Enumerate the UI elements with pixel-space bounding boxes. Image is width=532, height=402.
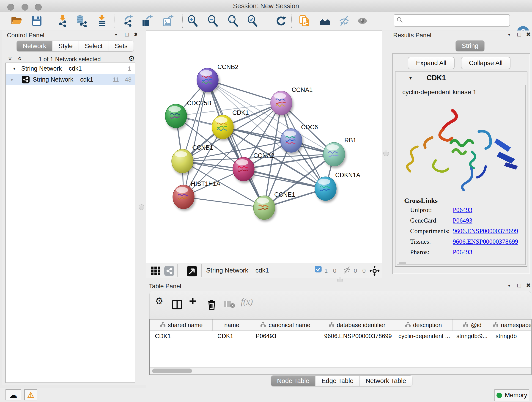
network-collection-row[interactable]: ▼ String Network – cdk1 1	[6, 63, 135, 74]
panel-close-icon[interactable]: ✖	[526, 32, 531, 37]
crosslink-link[interactable]: P06493	[453, 217, 472, 224]
cell-namespace[interactable]: stringdb	[491, 331, 531, 341]
table-hscrollbar-thumb[interactable]	[152, 369, 192, 373]
tab-edge-table[interactable]: Edge Table	[316, 376, 360, 386]
section-expander-icon[interactable]: ▼	[408, 76, 413, 80]
network-edge-CCNB2-CCNA1[interactable]	[208, 80, 281, 103]
cell-canonical-name[interactable]: P06493	[251, 331, 319, 341]
cell--id[interactable]: stringdb:9...	[451, 331, 491, 341]
tab-network[interactable]: Network	[17, 41, 52, 51]
network-edge-CCNE1-HIST1H1A[interactable]	[184, 197, 264, 208]
first-neighbors-icon[interactable]	[319, 14, 332, 27]
expand-all-button[interactable]: Expand All	[408, 57, 455, 69]
column-header-database-identifier[interactable]: database identifier	[320, 319, 394, 331]
collapse-all-button[interactable]: Collapse All	[461, 57, 510, 69]
table-hscrollbar[interactable]	[150, 367, 531, 375]
network-node-CCNB2[interactable]	[197, 68, 218, 92]
column-header--id[interactable]: @id	[452, 319, 492, 331]
network-node-RB1[interactable]	[323, 142, 345, 166]
panel-float-icon[interactable]: □	[517, 32, 521, 38]
right-splitter[interactable]	[382, 31, 390, 278]
column-header-canonical-name[interactable]: canonical name	[251, 319, 320, 331]
zoom-selected-icon[interactable]	[246, 14, 259, 27]
left-splitter[interactable]	[137, 31, 146, 385]
network-node-HIST1H1A[interactable]	[173, 185, 194, 209]
cell-database-identifier[interactable]: 9606.ENSP00000378699	[319, 331, 393, 341]
show-all-icon[interactable]	[356, 14, 369, 27]
export-image-icon[interactable]	[162, 14, 175, 27]
tree-expander-icon[interactable]: ▼	[12, 67, 16, 70]
crosslink-link[interactable]: P06493	[453, 249, 472, 256]
column-header-description[interactable]: description	[394, 319, 452, 331]
crosslink-link[interactable]: 9606.ENSP00000378699	[453, 238, 518, 245]
import-network-icon[interactable]	[56, 14, 69, 27]
network-edge-CCNB2-CCNE1[interactable]	[208, 80, 264, 208]
network-node-label-CCNE1: CCNE1	[274, 191, 295, 198]
import-table-icon[interactable]	[95, 14, 108, 27]
left-splitter-handle[interactable]	[139, 204, 144, 210]
collection-count: 1	[128, 65, 131, 72]
horizontal-splitter[interactable]	[146, 278, 532, 282]
detach-view-icon[interactable]	[186, 266, 197, 277]
zoom-in-icon[interactable]	[186, 14, 199, 27]
network-node-CDK1[interactable]	[212, 115, 234, 139]
cell-name[interactable]: CDK1	[212, 331, 251, 341]
network-node-CCNB1[interactable]	[172, 149, 193, 173]
show-columns-icon[interactable]	[172, 299, 183, 310]
panel-float-icon[interactable]: □	[517, 282, 521, 288]
network-row[interactable]: ● String Network – cdk1 11 48	[6, 74, 135, 85]
import-network-database-icon[interactable]	[76, 14, 89, 27]
panel-collapse-icon[interactable]: ▼	[507, 284, 511, 288]
zoom-fit-icon[interactable]	[227, 14, 239, 27]
delete-column-trash-icon[interactable]	[206, 299, 217, 310]
column-header-name[interactable]: name	[212, 319, 251, 331]
cell-shared-name[interactable]: CDK1	[150, 331, 212, 341]
apply-layout-icon[interactable]	[274, 14, 287, 27]
single-view-icon[interactable]	[164, 266, 175, 276]
table-options-gear-icon[interactable]: ⚙	[155, 296, 163, 306]
tab-string[interactable]: String	[456, 41, 484, 51]
column-header-shared-name[interactable]: shared name	[150, 319, 212, 331]
crosslink-link[interactable]: P06493	[453, 206, 472, 214]
panel-collapse-icon[interactable]: ▼	[114, 33, 118, 37]
network-node-CDC25B[interactable]	[165, 104, 187, 128]
tab-select[interactable]: Select	[79, 41, 109, 51]
export-table-icon[interactable]	[141, 14, 154, 27]
network-node-CCNA2[interactable]	[233, 157, 254, 181]
crosslink-link[interactable]: 9606.ENSP00000378699	[453, 227, 518, 235]
selected-checkbox-icon[interactable]	[315, 266, 322, 273]
save-session-icon[interactable]	[30, 14, 43, 27]
search-input[interactable]	[405, 17, 510, 24]
network-canvas[interactable]: CCNB2CCNA1CDC25BCDK1CDC6RB1CCNB1CCNA2CDK…	[146, 31, 383, 263]
create-column-plus-icon[interactable]: +	[189, 294, 196, 307]
panel-close-icon[interactable]: ✖	[526, 283, 531, 288]
gene-section-header[interactable]: ▼ CDK1	[395, 72, 527, 84]
export-network-icon[interactable]	[122, 14, 135, 27]
birds-eye-toggle-icon[interactable]	[369, 266, 380, 276]
warnings-button[interactable]: ⚠	[24, 389, 37, 400]
open-session-icon[interactable]	[10, 14, 23, 27]
network-node-CCNE1[interactable]	[253, 196, 275, 220]
network-node-label-CDC6: CDC6	[301, 124, 318, 131]
hide-selected-icon[interactable]	[338, 14, 351, 27]
column-header-namespace[interactable]: namespace	[492, 319, 532, 331]
memory-button[interactable]: Memory	[494, 389, 529, 401]
table-row[interactable]: CDK1CDK1P064939606.ENSP00000378699cyclin…	[150, 331, 531, 341]
tab-sets[interactable]: Sets	[109, 41, 133, 51]
panel-float-icon[interactable]: □	[125, 32, 129, 38]
right-splitter-handle[interactable]	[383, 151, 389, 156]
grid-view-icon[interactable]	[151, 266, 160, 275]
tab-style[interactable]: Style	[52, 41, 79, 51]
network-node-CCNA1[interactable]	[271, 91, 292, 115]
panel-collapse-icon[interactable]: ▼	[507, 33, 511, 37]
new-network-from-selection-icon[interactable]	[299, 14, 312, 27]
zoom-out-icon[interactable]	[206, 14, 219, 27]
tab-node-table[interactable]: Node Table	[271, 376, 316, 386]
results-hscrollbar-thumb[interactable]	[399, 262, 406, 264]
cloud-button[interactable]: ☁	[6, 389, 21, 400]
network-node-CDKN1A[interactable]	[315, 177, 336, 201]
network-options-gear-icon[interactable]: ⚙	[128, 55, 135, 62]
network-node-CDC6[interactable]	[280, 128, 302, 153]
cell-description[interactable]: cyclin-dependent ...	[393, 331, 451, 341]
tab-network-table[interactable]: Network Table	[360, 376, 412, 386]
